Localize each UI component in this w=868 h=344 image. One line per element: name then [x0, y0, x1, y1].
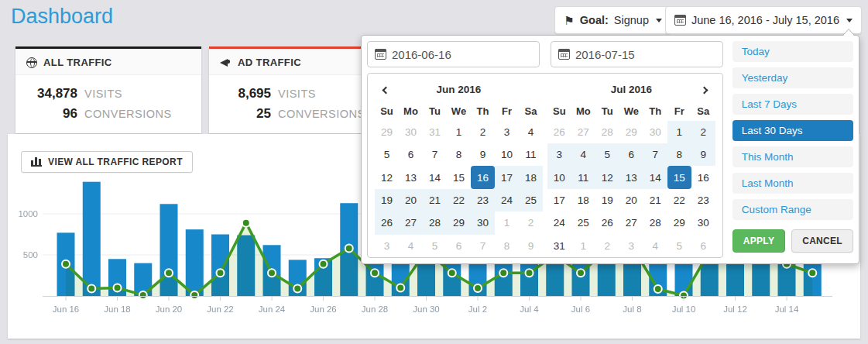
calendar-day-cell[interactable]: 4	[571, 143, 595, 166]
calendar-day-cell[interactable]: 18	[571, 189, 595, 212]
calendar-day-cell[interactable]: 2	[595, 235, 619, 257]
calendar-day-cell[interactable]: 2	[519, 212, 543, 234]
calendar-day-cell[interactable]: 16	[691, 166, 715, 188]
calendar-day-cell[interactable]: 30	[643, 121, 667, 143]
end-date-input[interactable]	[575, 48, 715, 61]
calendar-day-cell[interactable]: 3	[375, 235, 399, 257]
calendar-day-cell[interactable]: 14	[643, 166, 667, 188]
calendar-day-cell[interactable]: 9	[519, 235, 543, 257]
calendar-day-cell[interactable]: 24	[547, 212, 571, 234]
calendar-day-cell[interactable]: 6	[399, 143, 423, 166]
calendar-day-cell[interactable]: 20	[399, 189, 423, 212]
calendar-day-cell[interactable]: 18	[519, 166, 543, 188]
calendar-day-cell[interactable]: 13	[399, 166, 423, 188]
calendar-day-cell[interactable]: 7	[471, 235, 495, 257]
calendar-day-cell[interactable]: 30	[691, 212, 715, 234]
calendar-day-cell[interactable]: 24	[495, 189, 519, 212]
preset-this-month[interactable]: This Month	[732, 146, 853, 167]
preset-last-7-days[interactable]: Last 7 Days	[732, 94, 853, 115]
calendar-day-cell[interactable]: 27	[619, 212, 643, 234]
calendar-day-cell[interactable]: 23	[691, 189, 715, 212]
calendar-day-cell[interactable]: 29	[667, 212, 691, 234]
calendar-day-cell[interactable]: 28	[643, 212, 667, 234]
next-month-icon[interactable]	[700, 86, 708, 94]
calendar-day-cell[interactable]: 23	[471, 189, 495, 212]
calendar-day-cell[interactable]: 25	[571, 212, 595, 234]
calendar-day-cell[interactable]: 28	[423, 212, 447, 234]
calendar-day-cell[interactable]: 29	[619, 121, 643, 143]
calendar-day-cell[interactable]: 16	[471, 166, 495, 188]
calendar-day-cell[interactable]: 17	[495, 166, 519, 188]
calendar-day-cell[interactable]: 8	[495, 235, 519, 257]
preset-today[interactable]: Today	[732, 41, 853, 62]
calendar-day-cell[interactable]: 27	[399, 212, 423, 234]
calendar-day-cell[interactable]: 1	[447, 121, 471, 143]
calendar-day-cell[interactable]: 8	[447, 143, 471, 166]
prev-month-icon[interactable]	[383, 86, 390, 94]
preset-yesterday[interactable]: Yesterday	[732, 67, 853, 88]
calendar-day-cell[interactable]: 30	[471, 212, 495, 234]
calendar-day-cell[interactable]: 12	[595, 166, 619, 188]
cancel-button[interactable]: CANCEL	[791, 229, 853, 253]
calendar-day-cell[interactable]: 7	[423, 143, 447, 166]
calendar-day-cell[interactable]: 31	[547, 235, 571, 257]
calendar-day-cell[interactable]: 7	[643, 143, 667, 166]
calendar-day-cell[interactable]: 3	[547, 143, 571, 166]
calendar-day-cell[interactable]: 19	[595, 189, 619, 212]
calendar-day-cell[interactable]: 26	[595, 212, 619, 234]
calendar-day-cell[interactable]: 3	[619, 235, 643, 257]
calendar-day-cell[interactable]: 11	[519, 143, 543, 166]
calendar-day-cell[interactable]: 4	[399, 235, 423, 257]
calendar-day-cell[interactable]: 4	[519, 121, 543, 143]
calendar-day-cell[interactable]: 5	[595, 143, 619, 166]
calendar-day-cell[interactable]: 22	[667, 189, 691, 212]
calendar-day-cell[interactable]: 10	[495, 143, 519, 166]
calendar-day-cell[interactable]: 26	[375, 212, 399, 234]
calendar-day-cell[interactable]: 3	[495, 121, 519, 143]
calendar-day-cell[interactable]: 1	[571, 235, 595, 257]
calendar-day-cell[interactable]: 6	[619, 143, 643, 166]
view-all-traffic-report-button[interactable]: VIEW ALL TRAFFIC REPORT	[21, 151, 193, 173]
calendar-day-cell[interactable]: 2	[471, 121, 495, 143]
calendar-day-cell[interactable]: 1	[667, 121, 691, 143]
calendar-day-cell[interactable]: 20	[619, 189, 643, 212]
calendar-day-cell[interactable]: 14	[423, 166, 447, 188]
calendar-day-cell[interactable]: 15	[667, 166, 691, 188]
preset-last-month[interactable]: Last Month	[732, 173, 853, 194]
calendar-day-cell[interactable]: 9	[691, 143, 715, 166]
calendar-day-cell[interactable]: 19	[375, 189, 399, 212]
calendar-day-cell[interactable]: 21	[643, 189, 667, 212]
calendar-day-cell[interactable]: 26	[547, 121, 571, 143]
calendar-day-cell[interactable]: 29	[375, 121, 399, 143]
calendar-day-cell[interactable]: 29	[447, 212, 471, 234]
start-date-input[interactable]	[392, 48, 532, 61]
goal-selector-button[interactable]: ⚑ Goal: Signup	[554, 6, 671, 34]
calendar-day-cell[interactable]: 5	[667, 235, 691, 257]
calendar-day-cell[interactable]: 15	[447, 166, 471, 188]
calendar-day-cell[interactable]: 5	[375, 143, 399, 166]
calendar-day-cell[interactable]: 8	[667, 143, 691, 166]
calendar-day-cell[interactable]: 25	[519, 189, 543, 212]
calendar-day-cell[interactable]: 30	[399, 121, 423, 143]
calendar-day-cell[interactable]: 4	[643, 235, 667, 257]
calendar-day-cell[interactable]: 6	[447, 235, 471, 257]
preset-custom-range[interactable]: Custom Range	[732, 199, 853, 220]
calendar-day-cell[interactable]: 2	[691, 121, 715, 143]
calendar-day-cell[interactable]: 28	[595, 121, 619, 143]
calendar-day-cell[interactable]: 5	[423, 235, 447, 257]
calendar-day-cell[interactable]: 17	[547, 189, 571, 212]
apply-button[interactable]: APPLY	[732, 229, 785, 253]
calendar-day-cell[interactable]: 27	[571, 121, 595, 143]
calendar-day-cell[interactable]: 10	[547, 166, 571, 188]
calendar-day-cell[interactable]: 13	[619, 166, 643, 188]
calendar-day-cell[interactable]: 6	[691, 235, 715, 257]
calendar-day-cell[interactable]: 21	[423, 189, 447, 212]
calendar-day-cell[interactable]: 11	[571, 166, 595, 188]
preset-last-30-days[interactable]: Last 30 Days	[732, 120, 853, 141]
calendar-day-cell[interactable]: 9	[471, 143, 495, 166]
calendar-day-cell[interactable]: 1	[495, 212, 519, 234]
date-range-button[interactable]: June 16, 2016 - July 15, 2016	[665, 6, 862, 34]
calendar-day-cell[interactable]: 22	[447, 189, 471, 212]
calendar-day-cell[interactable]: 12	[375, 166, 399, 188]
calendar-day-cell[interactable]: 31	[423, 121, 447, 143]
